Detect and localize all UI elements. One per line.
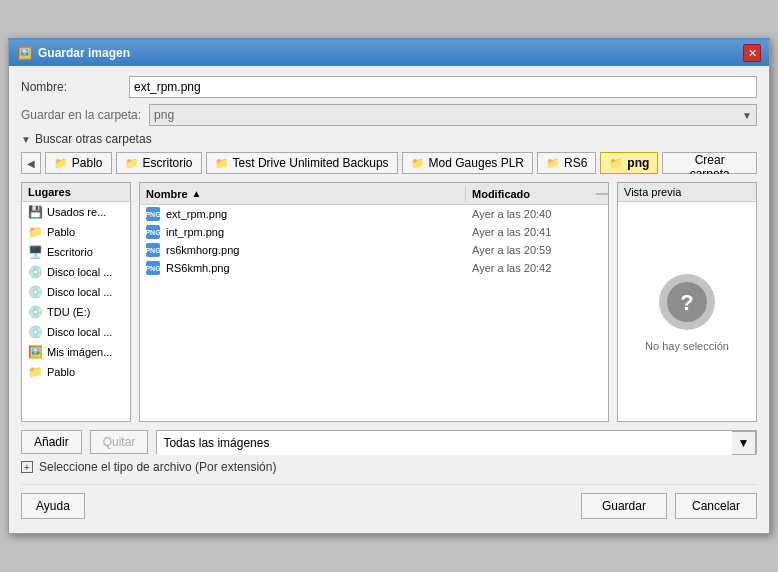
action-bar: Ayuda Guardar Cancelar	[21, 484, 757, 523]
places-escritorio-label: Escritorio	[47, 246, 93, 258]
close-button[interactable]: ✕	[743, 44, 761, 62]
preview-panel: Vista previa ? No hay selección	[617, 182, 757, 422]
places-pablo2-label: Pablo	[47, 366, 75, 378]
main-area: Lugares 💾 Usados re... 📁 Pablo 🖥️ Escrit…	[21, 182, 757, 422]
dialog-title: Guardar imagen	[38, 46, 130, 60]
places-item-disco2[interactable]: 💿 Disco local ...	[22, 282, 130, 302]
nav-back-button[interactable]: ◀	[21, 152, 41, 174]
dialog-icon: 🖼️	[17, 46, 32, 60]
action-buttons: Guardar Cancelar	[581, 493, 757, 519]
extension-toggle-label: Seleccione el tipo de archivo (Por exten…	[39, 460, 276, 474]
breadcrumb-tdu[interactable]: 📁 Test Drive Unlimited Backups	[206, 152, 398, 174]
search-toggle-label: Buscar otras carpetas	[35, 132, 152, 146]
file-row-int-rpm[interactable]: PNG int_rpm.png Ayer a las 20:41	[140, 223, 608, 241]
extension-toggle[interactable]: + Seleccione el tipo de archivo (Por ext…	[21, 460, 757, 474]
breadcrumb-mod-label: Mod Gauges PLR	[429, 156, 524, 170]
file-date-int-rpm: Ayer a las 20:41	[472, 226, 602, 238]
add-button[interactable]: Añadir	[21, 430, 82, 454]
title-bar: 🖼️ Guardar imagen ✕	[9, 40, 769, 66]
file-name-cell: PNG rs6kmhorg.png	[146, 243, 472, 257]
folder-icon: 📁	[215, 157, 229, 170]
nombre-row: Nombre:	[21, 76, 757, 98]
file-name-rs6kmh: RS6kmh.png	[166, 262, 230, 274]
pablo2-icon: 📁	[28, 365, 43, 379]
breadcrumb-rs6[interactable]: 📁 RS6	[537, 152, 596, 174]
places-item-disco1[interactable]: 💿 Disco local ...	[22, 262, 130, 282]
save-button[interactable]: Guardar	[581, 493, 667, 519]
disco3-icon: 💿	[28, 325, 43, 339]
folder-icon: 📁	[411, 157, 425, 170]
file-type-dropdown-button[interactable]: ▼	[732, 431, 756, 455]
file-type-combo[interactable]: Todas las imágenes	[157, 431, 732, 455]
breadcrumb-tdu-label: Test Drive Unlimited Backups	[233, 156, 389, 170]
file-row-rs6kmhorg[interactable]: PNG rs6kmhorg.png Ayer a las 20:59	[140, 241, 608, 259]
places-pablo-label: Pablo	[47, 226, 75, 238]
dialog-body: Nombre: Guardar en la carpeta: png ▼ ▼ B…	[9, 66, 769, 533]
folder-icon: 📁	[546, 157, 560, 170]
col-modificado-label: Modificado	[472, 188, 530, 200]
breadcrumb-pablo-label: Pablo	[72, 156, 103, 170]
folder-icon: 📁	[609, 157, 623, 170]
file-date-rs6kmh: Ayer a las 20:42	[472, 262, 602, 274]
places-tdu-label: TDU (E:)	[47, 306, 90, 318]
carpeta-value: png	[154, 108, 174, 122]
places-item-disco3[interactable]: 💿 Disco local ...	[22, 322, 130, 342]
cancel-button[interactable]: Cancelar	[675, 493, 757, 519]
places-item-imagenes[interactable]: 🖼️ Mis imágen...	[22, 342, 130, 362]
preview-content: ? No hay selección	[618, 202, 756, 421]
file-header: Nombre ▲ Modificado	[140, 183, 608, 205]
file-name-cell: PNG ext_rpm.png	[146, 207, 472, 221]
folder-icon: 📁	[54, 157, 68, 170]
remove-button: Quitar	[90, 430, 149, 454]
file-name-int-rpm: int_rpm.png	[166, 226, 224, 238]
breadcrumb-escritorio-label: Escritorio	[143, 156, 193, 170]
pablo-icon: 📁	[28, 225, 43, 239]
places-disco3-label: Disco local ...	[47, 326, 112, 338]
png-file-icon: PNG	[146, 243, 160, 257]
places-item-tdu[interactable]: 💿 TDU (E:)	[22, 302, 130, 322]
preview-question-icon: ?	[657, 272, 717, 332]
png-file-icon: PNG	[146, 207, 160, 221]
places-disco1-label: Disco local ...	[47, 266, 112, 278]
places-item-escritorio[interactable]: 🖥️ Escritorio	[22, 242, 130, 262]
file-name-rs6kmhorg: rs6kmhorg.png	[166, 244, 239, 256]
nombre-label: Nombre:	[21, 80, 121, 94]
carpeta-arrow-icon: ▼	[742, 110, 752, 121]
extension-plus-icon: +	[21, 461, 33, 473]
png-file-icon: PNG	[146, 225, 160, 239]
breadcrumb-pablo[interactable]: 📁 Pablo	[45, 152, 112, 174]
disco2-icon: 💿	[28, 285, 43, 299]
breadcrumb-mod[interactable]: 📁 Mod Gauges PLR	[402, 152, 533, 174]
places-panel: Lugares 💾 Usados re... 📁 Pablo 🖥️ Escrit…	[21, 182, 131, 422]
file-panel: Nombre ▲ Modificado PNG ext_rpm.png A	[139, 182, 609, 422]
breadcrumb-bar: ◀ 📁 Pablo 📁 Escritorio 📁 Test Drive Unli…	[21, 152, 757, 174]
nombre-input[interactable]	[129, 76, 757, 98]
toggle-icon: ▼	[21, 134, 31, 145]
file-type-label: Todas las imágenes	[163, 436, 269, 450]
file-list: PNG ext_rpm.png Ayer a las 20:40 PNG int…	[140, 205, 608, 421]
file-type-wrapper: Todas las imágenes ▼	[156, 430, 757, 454]
places-item-pablo2[interactable]: 📁 Pablo	[22, 362, 130, 382]
places-item-pablo[interactable]: 📁 Pablo	[22, 222, 130, 242]
file-row-ext-rpm[interactable]: PNG ext_rpm.png Ayer a las 20:40	[140, 205, 608, 223]
carpeta-row: Guardar en la carpeta: png ▼	[21, 104, 757, 126]
breadcrumb-png-label: png	[627, 156, 649, 170]
col-modificado-header[interactable]: Modificado	[466, 186, 596, 202]
places-usados-label: Usados re...	[47, 206, 106, 218]
imagenes-icon: 🖼️	[28, 345, 43, 359]
file-name-cell: PNG RS6kmh.png	[146, 261, 472, 275]
breadcrumb-escritorio[interactable]: 📁 Escritorio	[116, 152, 202, 174]
help-button[interactable]: Ayuda	[21, 493, 85, 519]
breadcrumb-png[interactable]: 📁 png	[600, 152, 658, 174]
places-item-usados[interactable]: 💾 Usados re...	[22, 202, 130, 222]
carpeta-combo[interactable]: png ▼	[149, 104, 757, 126]
preview-header: Vista previa	[618, 183, 756, 202]
title-bar-left: 🖼️ Guardar imagen	[17, 46, 130, 60]
breadcrumb-rs6-label: RS6	[564, 156, 587, 170]
search-toggle[interactable]: ▼ Buscar otras carpetas	[21, 132, 757, 146]
create-folder-button[interactable]: Crear carpeta	[662, 152, 757, 174]
col-nombre-header[interactable]: Nombre ▲	[140, 186, 466, 202]
places-imagenes-label: Mis imágen...	[47, 346, 112, 358]
file-date-ext-rpm: Ayer a las 20:40	[472, 208, 602, 220]
file-row-rs6kmh[interactable]: PNG RS6kmh.png Ayer a las 20:42	[140, 259, 608, 277]
